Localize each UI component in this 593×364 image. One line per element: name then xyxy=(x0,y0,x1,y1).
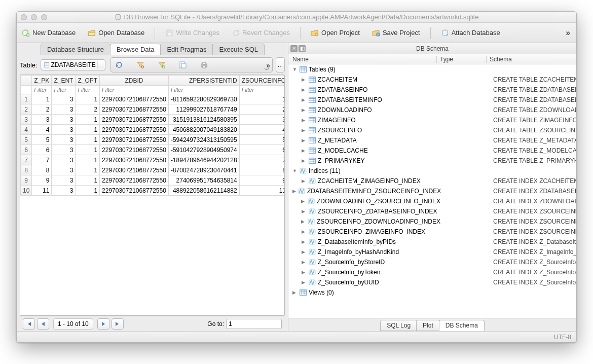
close-window-button[interactable] xyxy=(21,14,27,20)
schema-tree[interactable]: Name Type Schema ▼Tables (9)▶ZCACHEITEMC… xyxy=(288,54,576,318)
cell[interactable]: 1 xyxy=(32,94,52,104)
table-row[interactable]: 5 5 3 1 2297030721068772550 -59424973243… xyxy=(21,135,285,145)
column-header[interactable]: ZSOURCEINFO xyxy=(239,76,285,86)
column-header[interactable]: Z_OPT xyxy=(76,76,100,86)
tree-group[interactable]: ▼Tables (9) xyxy=(288,64,576,75)
cell[interactable]: 1 xyxy=(76,125,100,135)
tab-edit-pragmas[interactable]: Edit Pragmas xyxy=(160,44,213,55)
cell[interactable]: 4 xyxy=(239,125,285,135)
tree-item[interactable]: ▶ZDATABASEITEMINFOCREATE TABLE ZDATABASE… xyxy=(288,95,576,105)
cell[interactable]: -1894789646944202128 xyxy=(168,155,239,165)
table-row[interactable]: 1 1 3 1 2297030721068772550 -81165922808… xyxy=(21,94,285,104)
cell[interactable]: 1 xyxy=(76,155,100,165)
cell[interactable]: 3 xyxy=(52,115,76,125)
tree-group[interactable]: ▶Views (0) xyxy=(288,287,576,298)
cell[interactable]: 2297030721068772550 xyxy=(100,145,169,155)
new-database-button[interactable]: New Database xyxy=(22,29,76,37)
cell[interactable]: 1 xyxy=(76,135,100,145)
cell[interactable]: 8 xyxy=(32,165,52,175)
cell[interactable]: 3 xyxy=(52,155,76,165)
tree-item[interactable]: ▶ZDATABASEITEMINFO_ZSOURCEINFO_INDEXCREA… xyxy=(288,186,576,196)
filter-input[interactable] xyxy=(240,86,285,94)
tree-item[interactable]: ▶ZSOURCEINFO_ZDATABASEINFO_INDEXCREATE I… xyxy=(288,206,576,216)
tab-execute-sql[interactable]: Execute SQL xyxy=(212,44,265,55)
save-filter-icon[interactable] xyxy=(157,60,167,70)
cell[interactable]: 5 xyxy=(32,135,52,145)
cell[interactable]: 3151913816124580395 xyxy=(168,115,239,125)
cell[interactable]: 5 xyxy=(239,135,285,145)
cell[interactable]: 3 xyxy=(32,115,52,125)
cell[interactable]: 2297030721068772550 xyxy=(100,155,169,165)
tree-item[interactable]: ▶ZSOURCEINFO_ZDOWNLOADINFO_INDEXCREATE I… xyxy=(288,216,576,227)
tree-item[interactable]: ▶Z_SourceInfo_byStoreIDCREATE INDEX Z_So… xyxy=(288,257,576,267)
filter-input[interactable] xyxy=(169,86,239,94)
tree-item[interactable]: ▶ZIMAGEINFOCREATE TABLE ZIMAGEINFO ( xyxy=(288,115,576,125)
column-header[interactable]: ZPERSISTENTID xyxy=(168,76,239,86)
cell[interactable]: -8116592280829369730 xyxy=(168,94,239,104)
cell[interactable]: 3 xyxy=(52,135,76,145)
tab-browse-data[interactable]: Browse Data xyxy=(110,44,161,55)
save-project-button[interactable]: Save Project xyxy=(372,29,420,37)
refresh-icon[interactable] xyxy=(114,60,124,70)
tree-item[interactable]: ▶Z_DatabaseItemInfo_byPIDsCREATE INDEX Z… xyxy=(288,237,576,247)
export-icon[interactable] xyxy=(178,60,188,70)
cell[interactable]: 112999027618767749 xyxy=(168,104,239,115)
cell[interactable]: 2297030721068772550 xyxy=(100,165,169,175)
cell[interactable]: 4 xyxy=(32,125,52,135)
column-header[interactable]: Z_ENT xyxy=(52,76,76,86)
tree-item[interactable]: ▶Z_SourceInfo_byUUIDCREATE INDEX Z_Sourc… xyxy=(288,277,576,287)
cell[interactable]: 3 xyxy=(52,104,76,115)
cell[interactable]: 2 xyxy=(76,104,100,115)
table-row[interactable]: 9 9 3 1 2297030721068772550 274069951754… xyxy=(21,175,285,186)
close-panel-icon[interactable]: ✕ xyxy=(290,45,298,52)
next-page-button[interactable] xyxy=(97,318,109,330)
cell[interactable]: 274069951754635814 xyxy=(168,175,239,186)
table-row[interactable]: 10 11 3 1 2297030721068772550 4889220586… xyxy=(21,186,285,196)
open-project-button[interactable]: Open Project xyxy=(311,29,360,37)
tab-sql-log[interactable]: SQL Log xyxy=(380,320,417,331)
chevron-down-icon[interactable] xyxy=(264,68,269,71)
detach-panel-icon[interactable]: ◧ xyxy=(299,45,306,52)
cell[interactable]: 3 xyxy=(52,165,76,175)
cell[interactable]: 11 xyxy=(32,186,52,196)
tree-item[interactable]: ▶ZCACHEITEMCREATE TABLE ZCACHEITEM xyxy=(288,75,576,85)
zoom-window-button[interactable] xyxy=(41,14,47,20)
table-row[interactable]: 6 6 3 1 2297030721068772550 -59104279289… xyxy=(21,145,285,155)
cell[interactable]: 3 xyxy=(52,125,76,135)
cell[interactable]: 2297030721068772550 xyxy=(100,175,169,186)
cell[interactable]: 1 xyxy=(76,115,100,125)
cell[interactable]: 4889220586162114882 xyxy=(168,186,239,196)
cell[interactable]: 11 xyxy=(239,186,285,196)
clear-filter-icon[interactable] xyxy=(135,60,145,70)
tab-database-structure[interactable]: Database Structure xyxy=(41,44,110,55)
column-header[interactable]: Z_PK xyxy=(32,76,52,86)
toolbar-overflow-button[interactable]: ›› xyxy=(566,28,571,38)
tab-plot[interactable]: Plot xyxy=(416,320,440,331)
filter-input[interactable] xyxy=(100,86,168,94)
cell[interactable]: 4506882007049183820 xyxy=(168,125,239,135)
table-row[interactable]: 3 3 3 1 2297030721068772550 315191381612… xyxy=(21,115,285,125)
table-row[interactable]: 8 8 3 1 2297030721068772550 -87002472892… xyxy=(21,165,285,175)
cell[interactable]: 2297030721068772550 xyxy=(100,125,169,135)
cell[interactable]: 7 xyxy=(32,155,52,165)
table-row[interactable]: 4 4 3 1 2297030721068772550 450688200704… xyxy=(21,125,285,135)
cell[interactable]: 1 xyxy=(76,186,100,196)
cell[interactable]: 2297030721068772550 xyxy=(100,94,169,104)
cell[interactable]: 9 xyxy=(32,175,52,186)
cell[interactable]: 1 xyxy=(76,175,100,186)
table-row[interactable]: 2 2 3 2 2297030721068772550 112999027618… xyxy=(21,104,285,115)
first-page-button[interactable] xyxy=(23,318,35,330)
cell[interactable]: 3 xyxy=(52,175,76,186)
column-config-button[interactable]: … xyxy=(276,57,285,72)
table-select[interactable]: ZDATABASEITE xyxy=(41,59,105,70)
cell[interactable]: -5942497324313150595 xyxy=(168,135,239,145)
print-icon[interactable] xyxy=(199,60,209,70)
tree-item[interactable]: ▶ZSOURCEINFO_ZIMAGEINFO_INDEXCREATE INDE… xyxy=(288,227,576,237)
filter-input[interactable] xyxy=(52,86,75,94)
tree-item[interactable]: ▶Z_SourceInfo_byTokenCREATE INDEX Z_Sour… xyxy=(288,267,576,277)
tree-item[interactable]: ▶Z_PRIMARYKEYCREATE TABLE Z_PRIMARYKE xyxy=(288,156,576,166)
tree-item[interactable]: ▶ZDOWNLOADINFO_ZSOURCEINFO_INDEXCREATE I… xyxy=(288,196,576,206)
goto-input[interactable] xyxy=(226,319,282,329)
tree-item[interactable]: ▶ZCACHEITEM_ZIMAGEINFO_INDEXCREATE INDEX… xyxy=(288,176,576,186)
filter-input[interactable] xyxy=(32,86,51,94)
